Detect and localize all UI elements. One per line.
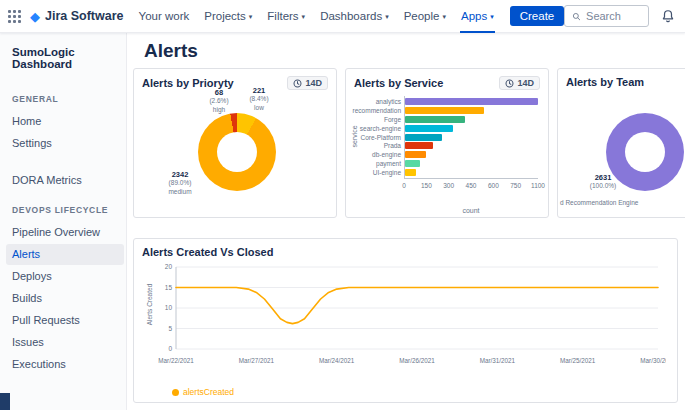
nav-item-label: Your work [139, 10, 190, 22]
bar-row: analytics [405, 98, 538, 105]
svg-text:0: 0 [168, 345, 172, 352]
bar-row: db-engine [405, 151, 538, 158]
search-input[interactable] [586, 10, 641, 22]
main-content: Alerts Alerts by Prioryty 14D 68 (2.6%) … [128, 33, 685, 410]
period-badge[interactable]: 14D [499, 76, 540, 90]
line-chart-svg: 05101520Mar/22/2021Mar/27/2021Mar/24/202… [150, 261, 666, 373]
sidebar-item-pull-requests[interactable]: Pull Requests [6, 310, 124, 331]
nav-projects[interactable]: Projects▾ [203, 0, 253, 33]
bar [405, 134, 442, 141]
bar-row: Forge [405, 116, 538, 123]
sidebar-section-devops-lifecycle: DEVOPS LIFECYCLE [12, 205, 118, 215]
bar-category-label: search-engine [360, 125, 401, 132]
nav-your-work[interactable]: Your work [138, 0, 191, 33]
bar-row: search-engine [405, 125, 538, 132]
nav-item-label: Filters [267, 10, 298, 22]
search-box[interactable] [564, 5, 649, 27]
donut-caption: d Recommendation Engine [560, 199, 638, 206]
service-axis-label: service [351, 117, 358, 157]
top-navbar: ◆ Jira Software Your work Projects▾ Filt… [0, 0, 685, 33]
bar-category-label: analytics [376, 98, 401, 105]
chevron-down-icon: ▾ [490, 13, 494, 21]
sidebar-item-home[interactable]: Home [6, 111, 124, 132]
search-icon [572, 11, 581, 22]
svg-text:Mar/27/2021: Mar/27/2021 [239, 357, 275, 364]
x-tick-label: 1100 [531, 182, 545, 189]
nav-apps[interactable]: Apps▾ [460, 0, 495, 33]
bar-row: recommendation [405, 107, 538, 114]
nav-people[interactable]: People▾ [403, 0, 447, 33]
nav-dashboards[interactable]: Dashboards▾ [319, 0, 390, 33]
sidebar-item-builds[interactable]: Builds [6, 288, 124, 309]
service-bar-rows: analyticsrecommendationForgesearch-engin… [404, 96, 538, 178]
bar [405, 98, 538, 105]
bar-row: payment [405, 160, 538, 167]
dashboard-cards-row: Alerts by Prioryty 14D 68 (2.6%) high 22… [133, 68, 685, 218]
alerts-by-service-card: Alerts by Service 14D service analyticsr… [345, 68, 549, 218]
notifications-bell-icon[interactable] [661, 9, 675, 23]
alerts-created-vs-closed-card: Alerts Created Vs Closed Alerts Created … [133, 238, 678, 403]
bar-row: Core-Platform [405, 134, 538, 141]
svg-text:20: 20 [165, 263, 173, 270]
sidebar-item-pipeline-overview[interactable]: Pipeline Overview [6, 222, 124, 243]
donut-label-team: 2631 (100.0%) [582, 173, 624, 191]
nav-item-label: Projects [204, 10, 246, 22]
nav-filters[interactable]: Filters▾ [266, 0, 306, 33]
sidebar-item-settings[interactable]: Settings [6, 133, 124, 154]
x-tick-label: 0 [402, 182, 406, 189]
legend-dot [172, 389, 179, 396]
nav-item-label: Apps [461, 10, 487, 22]
x-tick-label: 150 [421, 182, 432, 189]
sidebar-item-deploys[interactable]: Deploys [6, 266, 124, 287]
sidebar: SumoLogic Dashboard GENERAL Home Setting… [0, 33, 127, 410]
svg-text:Mar/30/2021: Mar/30/2021 [640, 357, 666, 364]
bar-category-label: db-engine [372, 151, 401, 158]
bar-category-label: payment [376, 160, 401, 167]
donut-label-low: 221 (8.4%) low [242, 86, 276, 112]
sidebar-item-dora-metrics[interactable]: DORA Metrics [6, 170, 124, 191]
chevron-down-icon: ▾ [302, 13, 306, 21]
bar-category-label: UI-engine [373, 169, 401, 176]
nav-item-label: People [404, 10, 440, 22]
sidebar-item-issues[interactable]: Issues [6, 332, 124, 353]
sidebar-item-executions[interactable]: Executions [6, 354, 124, 375]
jira-logo-icon[interactable]: ◆ [30, 10, 40, 23]
x-tick-label: 300 [443, 182, 454, 189]
bar-category-label: recommendation [353, 107, 401, 114]
svg-text:5: 5 [168, 325, 172, 332]
create-button[interactable]: Create [510, 6, 565, 26]
svg-text:Mar/22/2021: Mar/22/2021 [158, 357, 194, 364]
x-tick-label: 600 [488, 182, 499, 189]
brand-name[interactable]: Jira Software [45, 9, 124, 23]
period-label: 14D [305, 78, 322, 88]
clock-icon [293, 79, 302, 88]
app-switcher-icon[interactable] [8, 10, 21, 23]
period-label: 14D [517, 78, 534, 88]
svg-text:Mar/24/2021: Mar/24/2021 [319, 357, 355, 364]
service-bar-chart: analyticsrecommendationForgesearch-engin… [404, 96, 538, 191]
page-title: Alerts [144, 41, 685, 61]
service-bar-ticks: 01503004506007501100 [404, 178, 538, 191]
period-badge[interactable]: 14D [287, 76, 328, 90]
bar [405, 125, 453, 132]
primary-nav: Your work Projects▾ Filters▾ Dashboards▾… [138, 0, 508, 33]
sidebar-collapse-strip [0, 393, 10, 410]
sidebar-title: SumoLogic Dashboard [12, 46, 118, 70]
card-title: Alerts by Team [566, 76, 644, 88]
chevron-down-icon: ▾ [385, 13, 389, 21]
bar-row: Prada [405, 142, 538, 149]
bar-category-label: Core-Platform [361, 134, 401, 141]
chevron-down-icon: ▾ [249, 13, 253, 21]
x-tick-label: 450 [466, 182, 477, 189]
card-title: Alerts Created Vs Closed [142, 246, 273, 258]
bar [405, 160, 420, 167]
svg-text:Mar/31/2021: Mar/31/2021 [480, 357, 516, 364]
bar [405, 151, 426, 158]
alerts-by-priority-card: Alerts by Prioryty 14D 68 (2.6%) high 22… [133, 68, 337, 218]
sidebar-item-alerts[interactable]: Alerts [6, 244, 124, 265]
alerts-by-team-card: Alerts by Team 2631 (100.0%) d Recommend… [557, 68, 685, 218]
donut-label-high: 68 (2.6%) high [202, 88, 236, 114]
chart-legend: alertsCreated [172, 387, 234, 397]
priority-donut [198, 113, 276, 191]
svg-text:15: 15 [165, 284, 173, 291]
